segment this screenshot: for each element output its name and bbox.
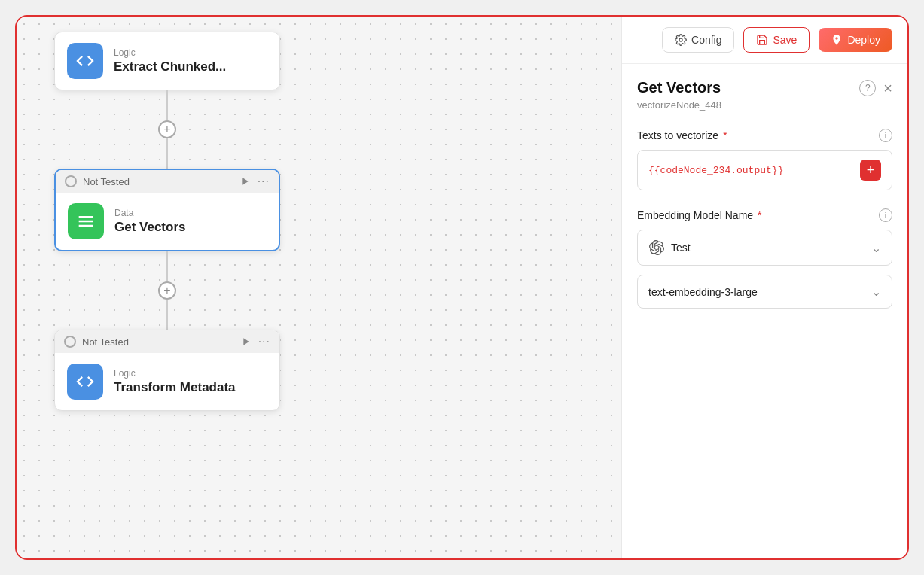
play-node-btn-3[interactable] bbox=[239, 335, 252, 348]
texts-field-label: Texts to vectorize * i bbox=[637, 129, 892, 142]
node-info-1: Logic Extract Chunked... bbox=[114, 47, 226, 75]
deploy-button[interactable]: Deploy bbox=[819, 28, 892, 52]
model-dropdown-content-1: Test bbox=[648, 239, 691, 256]
deploy-icon bbox=[831, 34, 843, 46]
node-status-3: Not Tested bbox=[82, 336, 129, 348]
model-dropdown-text-1: Test bbox=[671, 242, 691, 254]
node-info-3: Logic Transform Metadata bbox=[114, 368, 236, 395]
node-status-2: Not Tested bbox=[83, 176, 130, 187]
config-icon bbox=[675, 34, 687, 46]
save-button[interactable]: Save bbox=[743, 27, 810, 53]
texts-field-box: {{codeNode_234.output}} + bbox=[637, 150, 892, 190]
node-get-vectors[interactable]: Not Tested ··· bbox=[54, 169, 280, 251]
config-label: Config bbox=[691, 34, 721, 46]
node-type-3: Logic bbox=[114, 368, 236, 379]
svg-point-0 bbox=[679, 38, 682, 41]
add-node-btn-2[interactable]: + bbox=[158, 281, 176, 300]
embedding-info-icon[interactable]: i bbox=[879, 208, 892, 222]
model-dropdown-2[interactable]: text-embedding-3-large ⌄ bbox=[637, 275, 892, 309]
save-label: Save bbox=[773, 34, 797, 46]
node-body-1: Logic Extract Chunked... bbox=[55, 32, 279, 90]
app-container: Logic Extract Chunked... + Not Tested bbox=[15, 15, 909, 560]
save-icon bbox=[756, 34, 768, 46]
node-header-left-2: Not Tested bbox=[65, 175, 130, 187]
connector-3 bbox=[166, 251, 168, 281]
panel-title: Get Vectors bbox=[637, 79, 721, 96]
connector-2 bbox=[166, 138, 168, 169]
model-dropdown-text-2: text-embedding-3-large bbox=[648, 286, 758, 298]
node-name-3: Transform Metadata bbox=[114, 380, 236, 395]
panel-header: Get Vectors ? × bbox=[637, 79, 892, 96]
top-toolbar: Config Save Deploy bbox=[622, 17, 907, 64]
node-body-2: Data Get Vectors bbox=[56, 193, 279, 250]
node-type-2: Data bbox=[114, 208, 186, 218]
config-button[interactable]: Config bbox=[662, 27, 734, 53]
right-panel: Config Save Deploy Get Vectors bbox=[621, 17, 907, 558]
openai-svg bbox=[649, 240, 664, 255]
nodes-container: Logic Extract Chunked... + Not Tested bbox=[54, 32, 280, 411]
texts-code-value: {{codeNode_234.output}} bbox=[648, 165, 783, 176]
close-panel-button[interactable]: × bbox=[883, 81, 892, 96]
not-tested-indicator-2 bbox=[65, 175, 77, 187]
node-name-1: Extract Chunked... bbox=[114, 59, 226, 75]
node-header-actions-2: ··· bbox=[238, 175, 270, 188]
embedding-field-label: Embedding Model Name * i bbox=[637, 208, 892, 222]
model-dropdown-1[interactable]: Test ⌄ bbox=[637, 230, 892, 266]
more-options-btn-3[interactable]: ··· bbox=[258, 335, 270, 348]
help-button[interactable]: ? bbox=[859, 80, 876, 96]
not-tested-indicator-3 bbox=[64, 336, 76, 348]
code-icon-1 bbox=[75, 50, 96, 71]
node-icon-2 bbox=[68, 203, 104, 239]
data-icon-2 bbox=[75, 211, 96, 232]
node-header-actions-3: ··· bbox=[239, 335, 270, 348]
chevron-down-icon-1: ⌄ bbox=[871, 241, 881, 255]
panel-header-actions: ? × bbox=[859, 80, 892, 96]
node-extract-chunked[interactable]: Logic Extract Chunked... bbox=[54, 32, 280, 90]
embedding-label-text: Embedding Model Name bbox=[637, 209, 753, 221]
required-star-1: * bbox=[723, 129, 727, 141]
deploy-label: Deploy bbox=[847, 34, 880, 46]
close-icon: × bbox=[883, 80, 892, 96]
node-header-2: Not Tested ··· bbox=[56, 170, 279, 193]
node-transform-metadata[interactable]: Not Tested ··· bbox=[54, 330, 280, 411]
openai-icon-1 bbox=[648, 239, 665, 256]
required-star-2: * bbox=[758, 209, 761, 221]
connector-4 bbox=[166, 300, 168, 330]
add-node-btn-1[interactable]: + bbox=[158, 120, 176, 138]
chevron-down-icon-2: ⌄ bbox=[871, 284, 881, 299]
node-body-3: Logic Transform Metadata bbox=[55, 353, 279, 410]
texts-info-icon[interactable]: i bbox=[879, 129, 892, 142]
node-type-1: Logic bbox=[114, 47, 226, 58]
code-icon-3 bbox=[75, 371, 96, 392]
panel-subtitle: vectorizeNode_448 bbox=[637, 99, 892, 111]
canvas-area: Logic Extract Chunked... + Not Tested bbox=[17, 17, 621, 558]
node-header-left-3: Not Tested bbox=[64, 336, 129, 348]
play-svg-2 bbox=[239, 175, 251, 187]
play-svg-3 bbox=[239, 336, 252, 348]
texts-add-button[interactable]: + bbox=[860, 160, 881, 181]
node-info-2: Data Get Vectors bbox=[114, 208, 186, 235]
connector-1 bbox=[166, 90, 168, 120]
node-header-3: Not Tested ··· bbox=[55, 330, 279, 353]
question-mark-icon: ? bbox=[865, 83, 871, 93]
play-node-btn-2[interactable] bbox=[238, 175, 252, 188]
texts-label-text: Texts to vectorize bbox=[637, 129, 718, 141]
panel-content: Get Vectors ? × vectorizeNode_448 Texts … bbox=[622, 64, 907, 558]
node-name-2: Get Vectors bbox=[114, 220, 186, 235]
node-icon-3 bbox=[67, 364, 103, 400]
more-options-btn-2[interactable]: ··· bbox=[258, 175, 270, 188]
node-icon-1 bbox=[67, 43, 103, 79]
